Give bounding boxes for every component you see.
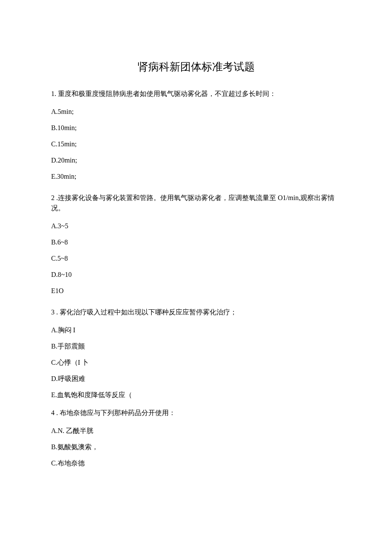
- question-option: E.30min;: [51, 171, 341, 182]
- question-stem: 4 . 布地奈德应与下列那种药品分开使用：: [51, 408, 341, 418]
- page-title: 肾病科新团体标准考试题: [51, 60, 341, 74]
- question-option: B.氨酸氨澳索，: [51, 442, 341, 452]
- question-option: E1O: [51, 286, 341, 296]
- question-option: D.8~10: [51, 270, 341, 280]
- question-option: A.3~5: [51, 221, 341, 231]
- question-stem: 2 .连接雾化设备与雾化装置和管路。使用氧气驱动雾化者，应调整氧流量至 O1/m…: [51, 193, 341, 213]
- question-4: 4 . 布地奈德应与下列那种药品分开使用： A.N. 乙酰半胱 B.氨酸氨澳索，…: [51, 408, 341, 468]
- question-1: 1. 重度和极重度慢阻肺病患者如使用氧气驱动雾化器，不宜超过多长时间： A.5m…: [51, 89, 341, 182]
- question-option: D.20min;: [51, 155, 341, 166]
- question-option: A.5min;: [51, 107, 341, 117]
- question-option: C.布地奈德: [51, 458, 341, 468]
- question-3: 3 . 雾化治疗吸入过程中如出现以下哪种反应应暂停雾化治疗； A.胸闷 I B.…: [51, 307, 341, 400]
- question-option: A.胸闷 I: [51, 325, 341, 335]
- question-stem: 1. 重度和极重度慢阻肺病患者如使用氧气驱动雾化器，不宜超过多长时间：: [51, 89, 341, 99]
- question-option: A.N. 乙酰半胱: [51, 426, 341, 436]
- question-option: C.15min;: [51, 139, 341, 149]
- question-option: D.呼吸困难: [51, 374, 341, 384]
- question-stem: 3 . 雾化治疗吸入过程中如出现以下哪种反应应暂停雾化治疗；: [51, 307, 341, 317]
- question-option: C.心悸（I 卜: [51, 357, 341, 368]
- question-option: B.6~8: [51, 237, 341, 247]
- question-option: B.手部震颤: [51, 341, 341, 352]
- question-option: E.血氧饱和度降低等反应（: [51, 390, 341, 400]
- question-option: C.5~8: [51, 253, 341, 264]
- question-option: B.10min;: [51, 123, 341, 133]
- question-2: 2 .连接雾化设备与雾化装置和管路。使用氧气驱动雾化者，应调整氧流量至 O1/m…: [51, 193, 341, 296]
